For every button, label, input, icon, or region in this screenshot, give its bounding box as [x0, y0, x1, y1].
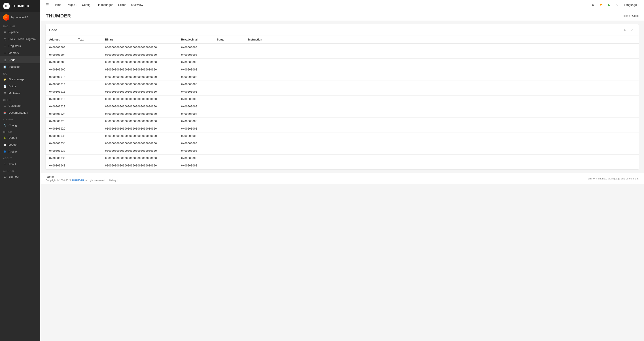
- cell-stage: [213, 118, 245, 125]
- sidebar-item-about[interactable]: About: [0, 161, 40, 168]
- table-row[interactable]: 0x00000024 00000000000000000000000000000…: [46, 110, 639, 118]
- table-head: Address Text Binary Hexadecimal Stage In…: [46, 36, 639, 44]
- cell-hex: 0x00000000: [178, 110, 213, 118]
- footer-brand: THUMDER.: [72, 179, 85, 182]
- cell-instruction: [245, 81, 639, 88]
- language-selector[interactable]: Language: [622, 2, 640, 8]
- breadcrumb: Home / Code: [623, 14, 639, 18]
- sidebar-item-logger[interactable]: Logger: [0, 141, 40, 148]
- cell-address: 0x0000001C: [46, 96, 75, 103]
- hamburger-button[interactable]: ☰: [44, 2, 50, 8]
- table-row[interactable]: 0x00000020 00000000000000000000000000000…: [46, 103, 639, 110]
- sidebar-item-label: Code: [8, 58, 16, 62]
- card-title: Code: [49, 28, 57, 32]
- card-expand-button[interactable]: ⤢: [629, 27, 635, 33]
- cell-binary: 00000000000000000000000000000000: [102, 162, 178, 169]
- table-row[interactable]: 0x00000018 00000000000000000000000000000…: [46, 88, 639, 96]
- card-refresh-button[interactable]: ↻: [622, 27, 628, 33]
- cell-binary: 00000000000000000000000000000000: [102, 44, 178, 51]
- table-row[interactable]: 0x00000010 00000000000000000000000000000…: [46, 73, 639, 81]
- cell-binary: 00000000000000000000000000000000: [102, 66, 178, 73]
- sidebar-item-pipeline[interactable]: Pipeline: [0, 29, 40, 36]
- sidebar-item-label: Statistics: [8, 65, 20, 69]
- table-row[interactable]: 0x00000030 00000000000000000000000000000…: [46, 132, 639, 140]
- table-row[interactable]: 0x00000038 00000000000000000000000000000…: [46, 147, 639, 155]
- play-button[interactable]: ▶: [606, 2, 612, 8]
- sidebar-item-memory[interactable]: Memory: [0, 50, 40, 56]
- cell-address: 0x0000003C: [46, 155, 75, 162]
- cell-stage: [213, 73, 245, 81]
- flag-button[interactable]: ⚑: [598, 2, 604, 8]
- nav-home[interactable]: Home: [52, 2, 64, 8]
- table-row[interactable]: 0x00000004 00000000000000000000000000000…: [46, 51, 639, 59]
- step-button[interactable]: ▷: [614, 2, 620, 8]
- table-row[interactable]: 0x0000003C 00000000000000000000000000000…: [46, 155, 639, 162]
- sidebar-item-multiview[interactable]: Multiview: [0, 90, 40, 97]
- cell-hex: 0x00000000: [178, 125, 213, 132]
- cell-instruction: [245, 140, 639, 147]
- table-row[interactable]: 0x0000002C 00000000000000000000000000000…: [46, 125, 639, 132]
- sidebar-item-config[interactable]: Config: [0, 122, 40, 129]
- col-header-hex: Hexadecimal: [178, 36, 213, 44]
- footer-debug-badge: Debug: [108, 179, 118, 182]
- sidebar-item-editor[interactable]: Editor: [0, 83, 40, 90]
- sidebar-item-documentation[interactable]: Documentation: [0, 109, 40, 116]
- cell-instruction: [245, 125, 639, 132]
- chevron-down-icon: [76, 3, 77, 7]
- sidebar-item-profile[interactable]: Profile: [0, 148, 40, 155]
- table-row[interactable]: 0x00000028 00000000000000000000000000000…: [46, 118, 639, 125]
- cell-binary: 00000000000000000000000000000000: [102, 59, 178, 66]
- code-card: Code ↻ ⤢ Address Text Binary Hexa: [46, 24, 639, 169]
- logo-text: TH: [5, 5, 8, 8]
- sidebar-item-cycle-clock-diagram[interactable]: Cycle Clock Diagram: [0, 36, 40, 43]
- sidebar-item-file-manager[interactable]: File manager: [0, 76, 40, 83]
- cell-address: 0x00000038: [46, 147, 75, 155]
- cell-address: 0x00000034: [46, 140, 75, 147]
- cell-hex: 0x00000000: [178, 103, 213, 110]
- sidebar-item-registers[interactable]: Registers: [0, 43, 40, 50]
- cell-stage: [213, 44, 245, 51]
- table-row[interactable]: 0x0000001C 00000000000000000000000000000…: [46, 96, 639, 103]
- nav-pages[interactable]: Pages: [64, 2, 79, 8]
- section-label-utils: Utils: [0, 97, 40, 102]
- table-row[interactable]: 0x00000034 00000000000000000000000000000…: [46, 140, 639, 147]
- nav-multiview[interactable]: Multiview: [129, 2, 145, 8]
- cell-binary: 00000000000000000000000000000000: [102, 73, 178, 81]
- table-row[interactable]: 0x00000000 00000000000000000000000000000…: [46, 44, 639, 51]
- col-header-stage: Stage: [213, 36, 245, 44]
- sidebar-item-calculator[interactable]: Calculator: [0, 102, 40, 109]
- table-row[interactable]: 0x0000000C 00000000000000000000000000000…: [46, 66, 639, 73]
- cell-text: [75, 96, 102, 103]
- cell-stage: [213, 155, 245, 162]
- nav-file-manager[interactable]: File manager: [94, 2, 115, 8]
- refresh-button[interactable]: ↻: [590, 2, 596, 8]
- sidebar-item-sign-out[interactable]: Sign out: [0, 173, 40, 180]
- nav-editor[interactable]: Editor: [116, 2, 128, 8]
- avatar: N: [3, 14, 10, 21]
- nav-config[interactable]: Config: [80, 2, 93, 8]
- cell-instruction: [245, 51, 639, 59]
- cell-binary: 00000000000000000000000000000000: [102, 103, 178, 110]
- folder-icon: [3, 78, 7, 81]
- table-row[interactable]: 0x00000014 00000000000000000000000000000…: [46, 81, 639, 88]
- cell-hex: 0x00000000: [178, 96, 213, 103]
- cell-hex: 0x00000000: [178, 118, 213, 125]
- sidebar-item-label: Cycle Clock Diagram: [8, 37, 36, 41]
- cell-instruction: [245, 132, 639, 140]
- cell-hex: 0x00000000: [178, 59, 213, 66]
- sidebar-item-statistics[interactable]: Statistics: [0, 63, 40, 70]
- sidebar-item-code[interactable]: Code: [0, 56, 40, 63]
- table-row[interactable]: 0x00000040 00000000000000000000000000000…: [46, 162, 639, 169]
- page-footer: Footer Copyright © 2020-2021 THUMDER. Al…: [40, 173, 644, 184]
- cell-stage: [213, 59, 245, 66]
- cell-hex: 0x00000000: [178, 155, 213, 162]
- cell-text: [75, 132, 102, 140]
- cell-address: 0x00000000: [46, 44, 75, 51]
- sidebar-item-debug[interactable]: Debug: [0, 134, 40, 141]
- table-row[interactable]: 0x00000008 00000000000000000000000000000…: [46, 59, 639, 66]
- breadcrumb-home[interactable]: Home: [623, 14, 630, 18]
- cell-hex: 0x00000000: [178, 44, 213, 51]
- cell-stage: [213, 125, 245, 132]
- cell-stage: [213, 96, 245, 103]
- cell-text: [75, 59, 102, 66]
